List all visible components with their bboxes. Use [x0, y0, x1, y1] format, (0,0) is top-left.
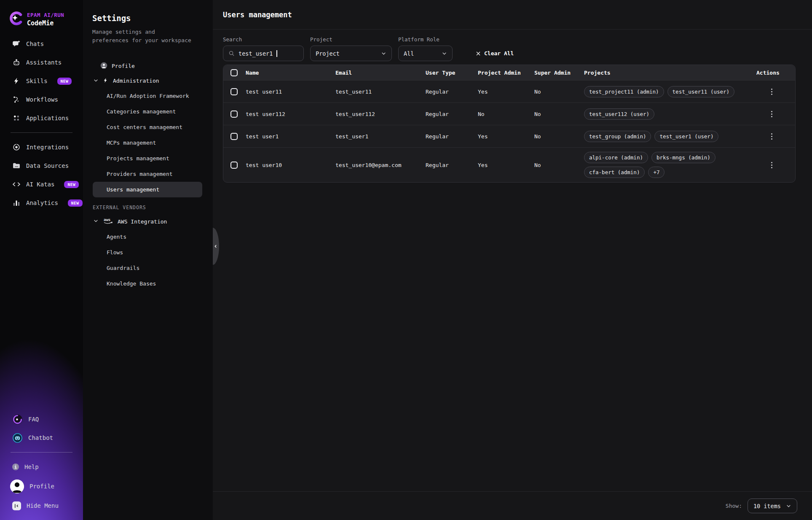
project-tag: brks-mngs (admin) — [651, 152, 716, 163]
row-actions-kebab-icon[interactable] — [769, 160, 774, 170]
ai-katas-icon — [12, 180, 21, 189]
cell-super-admin: No — [534, 162, 584, 168]
settings-subitem-users-management[interactable]: Users management — [93, 182, 202, 197]
search-input[interactable]: test_user1 — [223, 46, 304, 61]
cell-project-admin: No — [478, 111, 534, 117]
sidebar-item-label: Analytics — [26, 199, 58, 206]
column-header-email: Email — [335, 70, 426, 76]
project-select[interactable]: Project — [310, 46, 392, 61]
sidebar-item-label: Hide Menu — [27, 502, 59, 509]
settings-subitem-flows[interactable]: Flows — [93, 245, 202, 260]
row-actions-kebab-icon[interactable] — [769, 132, 774, 141]
settings-subitem-cost-centers[interactable]: Cost centers management — [93, 119, 202, 135]
cell-email: test_user11 — [335, 89, 426, 95]
search-icon — [228, 50, 235, 57]
sidebar-divider — [11, 452, 72, 453]
close-icon — [476, 51, 481, 56]
row-checkbox[interactable] — [230, 133, 238, 140]
row-actions-kebab-icon[interactable] — [769, 109, 774, 119]
sidebar-item-profile[interactable]: Profile — [0, 476, 83, 496]
page-content: Search test_user1 Project Project Platfo… — [213, 30, 812, 183]
settings-panel: Settings Manage settings and preferences… — [83, 0, 213, 520]
sidebar-item-faq[interactable]: FAQ — [0, 410, 83, 428]
project-tag: cfa-bert (admin) — [584, 167, 645, 178]
row-checkbox[interactable] — [230, 88, 238, 95]
settings-subitem-categories[interactable]: Categories management — [93, 104, 202, 119]
project-tag: test_user11 (user) — [667, 86, 734, 97]
search-label: Search — [223, 36, 304, 43]
table-row: test user11 test_user11 Regular Yes No t… — [223, 80, 795, 102]
settings-subitem-guardrails[interactable]: Guardrails — [93, 260, 202, 276]
row-checkbox[interactable] — [230, 110, 238, 118]
subitem-label: AI/Run Adoption Framework — [107, 93, 189, 99]
column-header-projects: Projects — [584, 70, 756, 76]
subitem-label: Cost centers management — [107, 124, 182, 130]
sidebar-item-label: Applications — [26, 115, 69, 121]
settings-item-label: Administration — [113, 78, 159, 84]
sidebar-item-data-sources[interactable]: Data Sources — [0, 156, 83, 175]
project-tag: test_user1 (user) — [654, 131, 718, 142]
sidebar-item-label: Chatbot — [28, 434, 53, 441]
sidebar-item-help[interactable]: i Help — [0, 458, 83, 476]
analytics-icon — [12, 199, 21, 207]
help-icon: i — [12, 463, 19, 470]
select-all-checkbox[interactable] — [230, 69, 238, 76]
sidebar-item-label: Data Sources — [26, 162, 69, 169]
cell-projects: test_project11 (admin) test_user11 (user… — [584, 82, 756, 102]
project-field-group: Project Project — [310, 36, 392, 61]
cell-projects: test_group (admin) test_user1 (user) — [584, 127, 756, 146]
sidebar-item-hide-menu[interactable]: Hide Menu — [0, 496, 83, 515]
settings-item-profile[interactable]: Profile — [83, 59, 213, 73]
sidebar-item-workflows[interactable]: Workflows — [0, 90, 83, 109]
sidebar-item-applications[interactable]: Applications — [0, 109, 83, 127]
sidebar-item-chats[interactable]: Chats — [0, 35, 83, 53]
app-logo[interactable]: EPAM AI/RUN CodeMie — [9, 11, 83, 27]
page-header: Users management — [213, 0, 812, 30]
table-row: test user1 test_user1 Regular Yes No tes… — [223, 125, 795, 147]
cell-project-admin: Yes — [478, 162, 534, 168]
project-value: Project — [316, 50, 340, 57]
project-tag: alpi-core (admin) — [584, 152, 648, 163]
sidebar-item-assistants[interactable]: Assistants — [0, 53, 83, 72]
settings-subitem-adoption-framework[interactable]: AI/Run Adoption Framework — [93, 88, 202, 104]
subitem-label: Guardrails — [107, 265, 139, 271]
chevron-left-icon — [214, 244, 218, 249]
sidebar-item-ai-katas[interactable]: AI Katas NEW — [0, 175, 83, 194]
settings-subitem-knowledge-bases[interactable]: Knowledge Bases — [93, 276, 202, 291]
sidebar-item-analytics[interactable]: Analytics NEW — [0, 194, 83, 212]
settings-subitem-providers[interactable]: Providers management — [93, 166, 202, 182]
project-tag: test_project11 (admin) — [584, 86, 664, 97]
aws-logo-text: aws — [104, 218, 110, 222]
settings-item-aws-integration[interactable]: aws AWS Integration — [83, 214, 213, 229]
sidebar-item-label: Profile — [29, 483, 54, 490]
subitem-label: Users management — [107, 186, 159, 193]
chevron-down-icon — [381, 51, 386, 56]
settings-subitem-agents[interactable]: Agents — [93, 229, 202, 245]
platform-role-value: All — [404, 50, 414, 57]
collapse-panel-handle[interactable] — [213, 228, 219, 265]
row-actions-kebab-icon[interactable] — [769, 87, 774, 97]
table-footer: Show: 10 items — [213, 491, 812, 520]
column-header-project-admin: Project Admin — [478, 70, 534, 76]
cell-super-admin: No — [534, 89, 584, 95]
chats-icon — [12, 40, 21, 48]
sidebar-item-label: Skills — [26, 78, 48, 84]
clear-all-button[interactable]: Clear All — [476, 46, 514, 61]
sidebar-item-skills[interactable]: Skills NEW — [0, 72, 83, 90]
page-size-select[interactable]: 10 items — [748, 498, 797, 513]
sidebar-divider — [11, 132, 72, 133]
profile-avatar-icon — [100, 62, 107, 70]
cell-projects: alpi-core (admin) brks-mngs (admin) cfa-… — [584, 148, 756, 182]
avatar — [10, 480, 24, 493]
platform-role-select[interactable]: All — [398, 46, 453, 61]
settings-subitem-mcps[interactable]: MCPs management — [93, 135, 202, 151]
cell-user-type: Regular — [426, 133, 478, 140]
sidebar-item-chatbot[interactable]: Chatbot — [0, 428, 83, 447]
sidebar-item-integrations[interactable]: Integrations — [0, 138, 83, 156]
settings-item-administration[interactable]: Administration — [83, 73, 213, 88]
project-tag-more[interactable]: +7 — [648, 167, 665, 178]
cell-projects: test_user112 (user) — [584, 104, 756, 124]
project-label: Project — [310, 36, 392, 43]
settings-subitem-projects[interactable]: Projects management — [93, 151, 202, 166]
row-checkbox[interactable] — [230, 162, 238, 169]
